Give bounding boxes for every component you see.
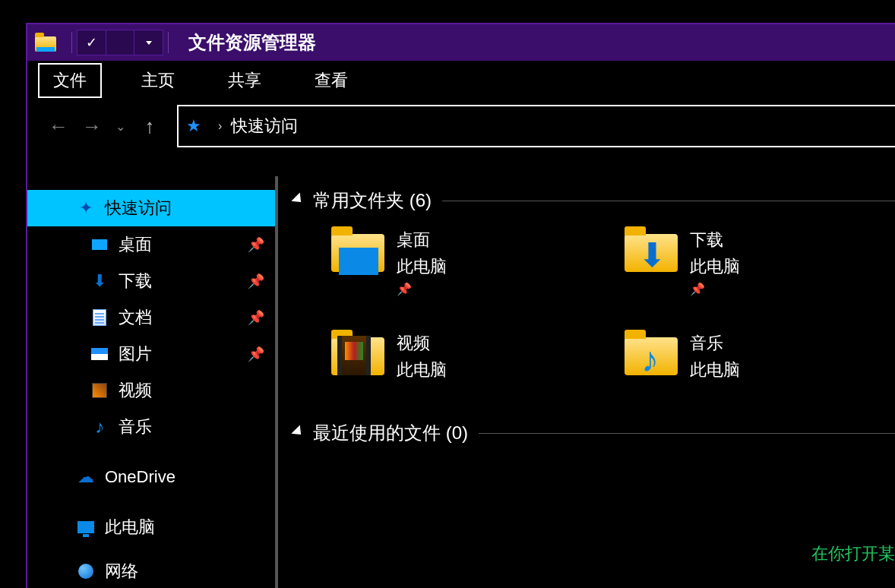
desktop-icon	[92, 239, 107, 250]
sidebar-network[interactable]: 网络	[27, 553, 275, 588]
pin-icon: 📌	[248, 309, 264, 326]
folder-name: 下载	[690, 226, 740, 253]
breadcrumb-separator: ›	[218, 119, 222, 133]
forward-button[interactable]: →	[82, 115, 100, 138]
pin-icon: 📌	[397, 280, 447, 299]
folder-meta: 音乐 此电脑	[690, 330, 740, 383]
sidebar-item-desktop[interactable]: 桌面 📌	[27, 226, 275, 263]
group-divider	[479, 433, 895, 434]
sidebar-item-label: OneDrive	[105, 467, 176, 487]
pin-icon: 📌	[248, 273, 264, 289]
picture-icon	[91, 348, 108, 360]
window-title: 文件资源管理器	[188, 30, 316, 55]
download-icon: ⬇	[93, 271, 106, 291]
sidebar-item-label: 网络	[105, 560, 138, 583]
folder-icon	[331, 226, 384, 272]
quick-access-toolbar: ✓	[77, 30, 163, 55]
sidebar-item-label: 此电脑	[105, 516, 155, 539]
qat-new-folder-button[interactable]	[106, 30, 134, 55]
sidebar-item-pictures[interactable]: 图片 📌	[27, 336, 275, 372]
folder-meta: 视频 此电脑	[397, 330, 447, 383]
body: ✦ 快速访问 桌面 📌 ⬇ 下载 📌 文档 📌 图片 📌	[27, 176, 895, 588]
folder-item-downloads[interactable]: ⬇ 下载 此电脑 📌	[625, 226, 895, 299]
tab-file[interactable]: 文件	[38, 63, 102, 98]
sidebar-item-label: 桌面	[119, 233, 152, 256]
group-title: 常用文件夹 (6)	[313, 188, 432, 213]
folder-icon	[331, 330, 384, 375]
tab-view[interactable]: 查看	[301, 65, 362, 96]
pin-icon: 📌	[248, 346, 264, 362]
chevron-down-icon	[146, 41, 152, 45]
folder-location: 此电脑	[690, 356, 740, 383]
recent-locations-button[interactable]: ⌄	[115, 119, 125, 134]
group-title: 最近使用的文件 (0)	[313, 421, 468, 445]
group-recent-files[interactable]: 最近使用的文件 (0)	[293, 421, 895, 445]
sidebar-quick-access[interactable]: ✦ 快速访问	[27, 190, 275, 226]
up-button[interactable]: ↑	[141, 115, 159, 138]
folder-name: 视频	[397, 330, 447, 356]
sidebar-item-label: 图片	[119, 343, 152, 365]
explorer-window: ✓ 文件资源管理器 文件 主页 共享 查看 ← → ⌄ ↑ ★ › 快速访问	[26, 23, 895, 588]
network-icon	[78, 564, 93, 579]
folder-location: 此电脑	[690, 253, 740, 280]
content-pane: 常用文件夹 (6) 桌面 此电脑 📌 ⬇	[278, 176, 895, 588]
pin-icon: 📌	[248, 236, 264, 253]
cloud-icon: ☁	[77, 467, 94, 487]
folder-location: 此电脑	[397, 356, 447, 383]
sidebar-onedrive[interactable]: ☁ OneDrive	[27, 459, 275, 495]
sidebar-item-label: 音乐	[119, 416, 152, 438]
qat-customize-button[interactable]	[134, 30, 163, 55]
sidebar-item-videos[interactable]: 视频	[27, 372, 275, 409]
folder-item-videos[interactable]: 视频 此电脑	[331, 330, 602, 383]
sidebar-label: 快速访问	[105, 197, 172, 220]
breadcrumb-quick-access[interactable]: 快速访问	[231, 115, 298, 138]
qat-separator	[71, 32, 72, 53]
sidebar-item-downloads[interactable]: ⬇ 下载 📌	[27, 263, 275, 299]
sidebar-item-label: 视频	[119, 379, 152, 402]
document-icon	[93, 309, 106, 326]
folder-meta: 下载 此电脑 📌	[690, 226, 740, 299]
quick-access-star-icon: ★	[186, 116, 201, 136]
collapse-icon	[291, 192, 305, 206]
folder-item-music[interactable]: ♪ 音乐 此电脑	[625, 330, 895, 383]
folder-meta: 桌面 此电脑 📌	[397, 226, 447, 299]
sidebar-item-music[interactable]: ♪ 音乐	[27, 409, 275, 445]
folder-icon: ⬇	[625, 226, 678, 272]
group-frequent-folders[interactable]: 常用文件夹 (6)	[293, 188, 895, 213]
sidebar-this-pc[interactable]: 此电脑	[27, 509, 275, 545]
qat-properties-button[interactable]: ✓	[77, 30, 106, 55]
group-divider	[442, 201, 895, 201]
folder-icon: ♪	[625, 330, 678, 375]
sidebar-item-documents[interactable]: 文档 📌	[27, 299, 275, 336]
tab-share[interactable]: 共享	[214, 65, 275, 96]
navigation-bar: ← → ⌄ ↑ ★ › 快速访问	[27, 100, 895, 152]
folder-item-desktop[interactable]: 桌面 此电脑 📌	[331, 226, 602, 299]
checkmark-icon: ✓	[86, 34, 97, 51]
qat-separator-2	[168, 32, 169, 53]
pc-icon	[77, 521, 94, 533]
tab-home[interactable]: 主页	[128, 65, 188, 96]
navigation-pane: ✦ 快速访问 桌面 📌 ⬇ 下载 📌 文档 📌 图片 📌	[27, 176, 278, 588]
star-icon: ✦	[79, 198, 93, 218]
title-bar: ✓ 文件资源管理器	[27, 24, 895, 61]
video-icon	[92, 383, 107, 398]
recent-empty-hint: 在你打开某	[811, 542, 895, 565]
app-icon	[35, 33, 56, 52]
frequent-folder-grid: 桌面 此电脑 📌 ⬇ 下载 此电脑 📌	[293, 226, 895, 383]
ribbon-tabs: 文件 主页 共享 查看	[27, 61, 895, 100]
music-icon: ♪	[95, 416, 104, 438]
sidebar-item-label: 文档	[119, 306, 152, 329]
address-bar[interactable]: ★ › 快速访问	[177, 105, 895, 147]
nav-buttons: ← → ⌄ ↑	[49, 115, 159, 138]
folder-location: 此电脑	[397, 253, 447, 280]
sidebar-item-label: 下载	[119, 270, 152, 292]
folder-name: 音乐	[690, 330, 740, 356]
back-button[interactable]: ←	[49, 115, 67, 138]
collapse-icon	[291, 425, 305, 439]
pin-icon: 📌	[690, 280, 740, 299]
folder-name: 桌面	[397, 226, 447, 253]
